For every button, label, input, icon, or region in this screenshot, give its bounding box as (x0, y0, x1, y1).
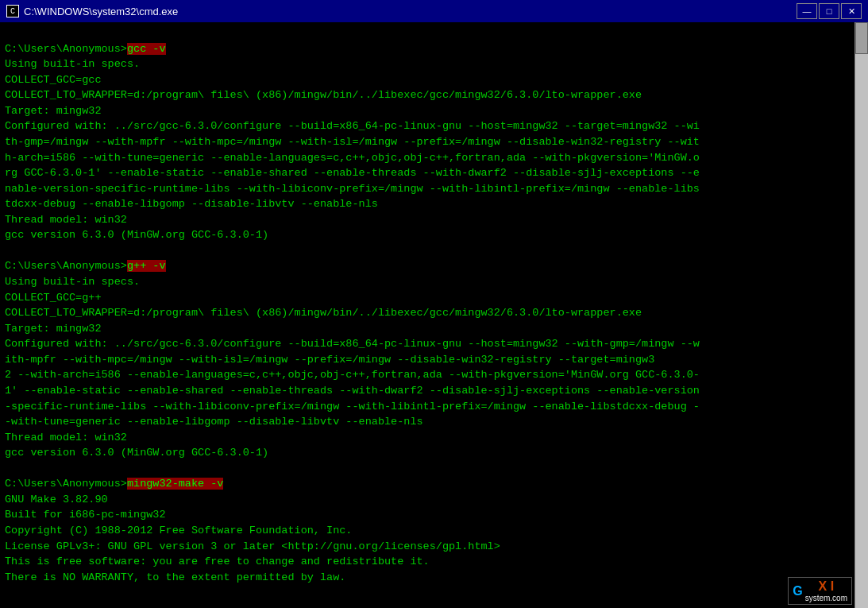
titlebar: C C:\WINDOWS\system32\cmd.exe — □ ✕ (0, 0, 868, 22)
line-collect-gcc-1: COLLECT_GCC=gcc (5, 74, 102, 86)
line-copyright: Copyright (C) 1988-2012 Free Software Fo… (5, 525, 352, 536)
window: C C:\WINDOWS\system32\cmd.exe — □ ✕ C:\U… (0, 0, 868, 608)
line-configured-1a: Configured with: ../src/gcc-6.3.0/config… (5, 120, 700, 132)
titlebar-controls: — □ ✕ (797, 3, 862, 19)
line-thread-1: Thread model: win32 (5, 214, 127, 226)
close-button[interactable]: ✕ (841, 3, 862, 19)
line-collect-lto-1: COLLECT_LTO_WRAPPER=d:/program\ files\ (… (5, 89, 642, 101)
line-collect-lto-2: COLLECT_LTO_WRAPPER=d:/program\ files\ (… (5, 307, 642, 319)
maximize-button[interactable]: □ (819, 3, 839, 19)
line-target-2: Target: mingw32 (5, 323, 102, 335)
line-license: License GPLv3+: GNU GPL version 3 or lat… (5, 540, 500, 552)
scrollbar-thumb[interactable] (855, 22, 868, 54)
line-configured-2b: ith-mpfr --with-mpc=/mingw --with-isl=/m… (5, 354, 654, 366)
watermark-xi-text: X I (819, 579, 835, 594)
line-no-warranty: There is NO WARRANTY, to the extent perm… (5, 571, 345, 583)
line-configured-1b: th-gmp=/mingw --with-mpfr --with-mpc=/mi… (5, 136, 700, 148)
line-configured-1e: nable-version-specific-runtime-libs --wi… (5, 183, 700, 195)
line-using-1: Using built-in specs. (5, 58, 140, 70)
line-using-2: Using built-in specs. (5, 276, 140, 288)
line-target-1: Target: mingw32 (5, 105, 102, 117)
cmd-2: g++ -v (127, 260, 166, 272)
line-configured-2f: -with-tune=generic --enable-libgomp --di… (5, 416, 423, 428)
line-version-2: gcc version 6.3.0 (MinGW.org GCC-6.3.0-1… (5, 447, 268, 459)
watermark-box: G X I system.com (788, 577, 852, 605)
line-configured-1d: rg GCC-6.3.0-1' --enable-static --enable… (5, 167, 700, 179)
scrollbar[interactable] (854, 22, 868, 608)
prompt-2: C:\Users\Anonymous> (5, 260, 127, 272)
cmd-3: mingw32-make -v (127, 478, 224, 490)
line-free-software: This is free software: you are free to c… (5, 556, 430, 567)
minimize-button[interactable]: — (797, 3, 817, 19)
prompt-1: C:\Users\Anonymous> (5, 43, 127, 55)
watermark-site: system.com (805, 594, 847, 602)
titlebar-left: C C:\WINDOWS\system32\cmd.exe (6, 5, 178, 17)
line-configured-1c: h-arch=i586 --with-tune=generic --enable… (5, 152, 700, 164)
line-configured-1f: tdcxx-debug --enable-libgomp --disable-l… (5, 198, 378, 210)
line-configured-2e: -specific-runtime-libs --with-libiconv-p… (5, 401, 700, 412)
watermark-g-letter: G (793, 584, 802, 598)
line-gnumake: GNU Make 3.82.90 (5, 494, 108, 505)
terminal[interactable]: C:\Users\Anonymous>gcc -v Using built-in… (0, 22, 868, 608)
cmd-icon: C (6, 5, 19, 17)
prompt-3: C:\Users\Anonymous> (5, 478, 127, 490)
line-configured-2c: 2 --with-arch=i586 --enable-languages=c,… (5, 369, 700, 381)
window-title: C:\WINDOWS\system32\cmd.exe (24, 6, 178, 17)
line-thread-2: Thread model: win32 (5, 432, 127, 443)
line-built-for: Built for i686-pc-mingw32 (5, 509, 166, 521)
line-collect-gcc-2: COLLECT_GCC=g++ (5, 292, 102, 304)
cmd-1: gcc -v (127, 43, 166, 55)
line-configured-2d: 1' --enable-static --enable-shared --ena… (5, 385, 700, 397)
line-configured-2a: Configured with: ../src/gcc-6.3.0/config… (5, 338, 700, 350)
watermark: G X I system.com (788, 577, 852, 605)
line-version-1: gcc version 6.3.0 (MinGW.org GCC-6.3.0-1… (5, 229, 268, 241)
terminal-content: C:\Users\Anonymous>gcc -v Using built-in… (5, 25, 863, 585)
